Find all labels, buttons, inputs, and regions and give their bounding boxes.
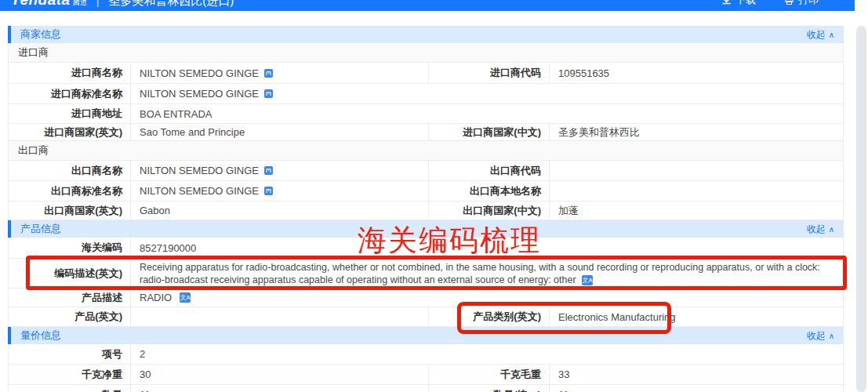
- field-value: 加蓬: [550, 201, 843, 220]
- table-row: 海关编码 8527190000: [8, 238, 844, 259]
- field-value: 8527190000: [131, 238, 843, 258]
- section-title: 商家信息: [20, 27, 61, 42]
- field-value: NILTON SEMEDO GINGE: [131, 63, 429, 83]
- field-label: 进口商地址: [9, 104, 131, 123]
- field-label: 海关编码: [9, 238, 131, 258]
- company-profile-icon[interactable]: [263, 186, 274, 196]
- field-value: 圣多美和普林西比: [550, 124, 843, 140]
- group-label: 出口商: [18, 143, 49, 158]
- field-label: 产品类别(英文): [429, 307, 550, 326]
- table-row: 进口商标准名称 NILTON SEMEDO GINGE: [8, 84, 844, 104]
- field-label: 进口商国家(英文): [9, 124, 131, 140]
- field-label: 项号: [9, 344, 131, 364]
- field-value: 2: [131, 344, 843, 364]
- table-row: 产品描述 RADIO 文A: [8, 289, 844, 307]
- group-row-importer: 进口商: [8, 43, 844, 63]
- scrollbar[interactable]: [855, 0, 868, 392]
- field-value: 30: [131, 365, 429, 384]
- group-label: 进口商: [18, 45, 49, 60]
- importer-name-value: NILTON SEMEDO GINGE: [140, 67, 259, 79]
- field-value: [131, 307, 429, 326]
- brand: Tendata 腾道 | 圣多美和普林西比(进口): [11, 0, 234, 9]
- printer-icon: [784, 0, 794, 5]
- field-label: 数量(统一): [429, 385, 550, 392]
- tendata-logo[interactable]: Tendata: [11, 0, 71, 9]
- collapse-label: 收起: [807, 28, 826, 42]
- field-label: 出口商国家(中文): [429, 201, 550, 220]
- section-header-product: 产品信息 收起 ∧: [8, 220, 844, 238]
- page-title: 圣多美和普林西比(进口): [108, 0, 234, 9]
- company-profile-icon[interactable]: [263, 89, 274, 99]
- app-header: Tendata 腾道 | 圣多美和普林西比(进口) 下载 打印: [0, 0, 855, 11]
- print-button[interactable]: 打印: [784, 0, 819, 7]
- title-separator: |: [96, 0, 100, 7]
- collapse-label: 收起: [807, 329, 826, 343]
- table-row: 千克净重 30 千克毛重 33: [8, 365, 844, 385]
- table-row: 进口商地址 BOA ENTRADA: [8, 104, 844, 124]
- collapse-toggle[interactable]: 收起 ∧: [807, 28, 834, 42]
- field-value: [550, 161, 843, 180]
- field-value: Electronics Manufacturing: [550, 307, 843, 326]
- field-value: 33: [550, 365, 843, 384]
- table-row: 出口商国家(英文) Gabon 出口商国家(中文) 加蓬: [8, 201, 844, 220]
- field-value: 11: [550, 385, 843, 392]
- field-value: Receiving apparatus for radio-broadcasti…: [131, 259, 843, 288]
- chevron-up-icon: ∧: [829, 225, 834, 234]
- table-row-code-description: 编码描述(英文) Receiving apparatus for radio-b…: [8, 259, 844, 289]
- scrollbar-thumb[interactable]: [856, 26, 866, 392]
- field-label: 千克毛重: [429, 365, 550, 384]
- print-label: 打印: [798, 0, 819, 7]
- section-header-quantity: 量价信息 收起 ∧: [8, 327, 844, 344]
- field-label: 千克净重: [9, 365, 131, 384]
- field-value: NILTON SEMEDO GINGE: [131, 181, 429, 201]
- download-icon: [721, 0, 732, 5]
- field-value: NILTON SEMEDO GINGE: [131, 84, 843, 103]
- detail-table: 商家信息 收起 ∧ 进口商 进口商名称 NILTON SEMEDO GINGE …: [8, 26, 844, 392]
- company-profile-icon[interactable]: [263, 165, 274, 176]
- field-value: RADIO 文A: [131, 289, 843, 307]
- field-value: BOA ENTRADA: [131, 104, 843, 123]
- section-title: 量价信息: [20, 328, 61, 343]
- table-row: 进口商名称 NILTON SEMEDO GINGE 进口商代码 10955163…: [8, 63, 844, 84]
- translate-icon[interactable]: 文A: [582, 275, 593, 285]
- header-actions: 下载 打印: [721, 0, 819, 7]
- field-label: 出口商标准名称: [9, 181, 131, 201]
- field-label: 进口商代码: [429, 63, 550, 83]
- field-label: 产品描述: [9, 289, 131, 307]
- download-button[interactable]: 下载: [721, 0, 756, 7]
- field-label: 数量: [9, 385, 131, 392]
- section-title: 产品信息: [20, 222, 61, 236]
- collapse-toggle[interactable]: 收起 ∧: [807, 329, 834, 343]
- trade-record-page: Tendata 腾道 | 圣多美和普林西比(进口) 下载 打印: [0, 0, 868, 392]
- field-label: 进口商国家(中文): [429, 124, 550, 140]
- field-label: 产品(英文): [9, 307, 131, 326]
- field-value: Gabon: [131, 201, 429, 220]
- chevron-up-icon: ∧: [829, 31, 834, 39]
- field-value: Sao Tome and Principe: [131, 124, 429, 140]
- company-profile-icon[interactable]: [263, 68, 274, 78]
- field-value: NILTON SEMEDO GINGE: [131, 161, 429, 180]
- table-row: 数量 11 数量(统一) 11: [8, 385, 844, 392]
- field-label: 出口商名称: [9, 161, 131, 180]
- translate-icon[interactable]: 文A: [180, 292, 191, 303]
- table-row: 出口商名称 NILTON SEMEDO GINGE 出口商代码: [8, 161, 844, 181]
- collapse-toggle[interactable]: 收起 ∧: [807, 223, 834, 236]
- table-row: 出口商标准名称 NILTON SEMEDO GINGE 出口商本地名称: [8, 181, 844, 201]
- table-row: 进口商国家(英文) Sao Tome and Principe 进口商国家(中文…: [8, 124, 844, 141]
- collapse-label: 收起: [807, 223, 826, 236]
- section-header-merchant: 商家信息 收起 ∧: [8, 26, 844, 43]
- table-row: 项号 2: [8, 344, 844, 365]
- field-label: 出口商本地名称: [429, 181, 550, 201]
- field-label: 编码描述(英文): [9, 259, 131, 288]
- field-value: 11: [131, 385, 429, 392]
- field-label: 进口商名称: [9, 63, 131, 83]
- field-value: 109551635: [550, 63, 843, 83]
- tendata-logo-cn: 腾道: [73, 0, 87, 8]
- field-label: 出口商代码: [429, 161, 550, 180]
- field-label: 进口商标准名称: [9, 84, 131, 103]
- field-label: 出口商国家(英文): [9, 201, 131, 220]
- table-row: 产品(英文) 产品类别(英文) Electronics Manufacturin…: [8, 307, 844, 327]
- group-row-exporter: 出口商: [8, 141, 844, 161]
- chevron-up-icon: ∧: [829, 332, 834, 340]
- download-label: 下载: [735, 0, 756, 7]
